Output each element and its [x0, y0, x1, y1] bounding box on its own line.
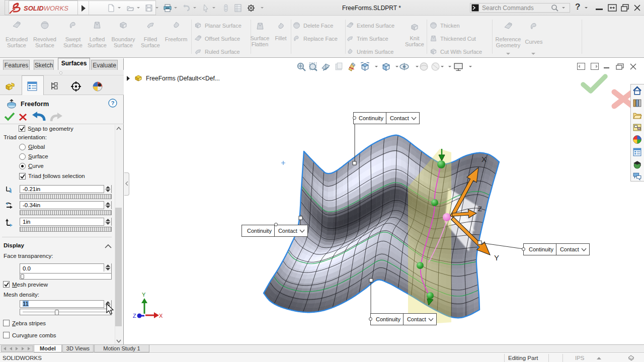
svg-text:X: X [159, 313, 163, 319]
svg-text:Y: Y [142, 292, 146, 298]
svg-text:X: X [481, 155, 487, 163]
svg-text:?: ? [111, 100, 115, 106]
svg-text:Y: Y [494, 253, 499, 262]
svg-text:Z: Z [133, 313, 136, 319]
svg-text:Z: Z [478, 205, 482, 213]
